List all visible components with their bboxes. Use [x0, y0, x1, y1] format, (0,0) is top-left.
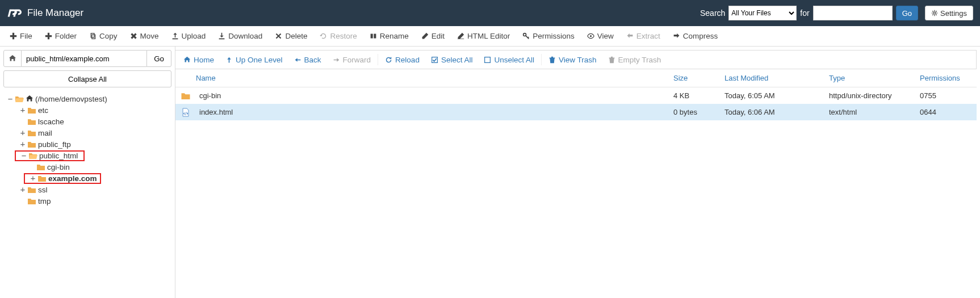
separator: [541, 54, 542, 65]
tree-item-tmp[interactable]: tmp: [3, 195, 171, 207]
tree-toggle-icon[interactable]: +: [19, 140, 26, 148]
search-label: Search: [700, 9, 725, 18]
tree-item-example[interactable]: + example.com: [3, 173, 171, 184]
tree-toggle-icon[interactable]: −: [20, 152, 27, 160]
unselect-all-button[interactable]: Unselect All: [478, 51, 540, 68]
file-row[interactable]: cgi-bin4 KBToday, 6:05 AMhttpd/unix-dire…: [175, 87, 977, 104]
settings-label: Settings: [940, 9, 967, 18]
tree-item-public-html[interactable]: − public_html: [3, 150, 171, 161]
path-home-button[interactable]: [3, 50, 22, 67]
search-for-label: for: [800, 9, 809, 18]
rename-icon: [370, 32, 377, 40]
file-row[interactable]: index.html0 bytesToday, 6:06 AMtext/html…: [175, 104, 977, 120]
folder-icon: [27, 106, 36, 114]
search-input[interactable]: [813, 6, 893, 20]
html-editor-icon: [457, 32, 464, 40]
file-icon: [175, 91, 196, 100]
move-icon: [130, 32, 137, 40]
column-header-name[interactable]: Name: [196, 74, 673, 82]
x-icon: [275, 32, 282, 40]
edit-button[interactable]: Edit: [415, 26, 451, 47]
right-pane: Home Up One Level Back Forward Reload Se…: [175, 47, 980, 298]
file-icon: [175, 108, 196, 117]
compress-icon: [673, 32, 680, 40]
download-icon: [218, 32, 225, 40]
tree-item-cgi-bin[interactable]: cgi-bin: [3, 161, 171, 173]
file-name: cgi-bin: [196, 91, 673, 100]
tree-item-lscache[interactable]: lscache: [3, 116, 171, 127]
tree-toggle-icon[interactable]: +: [19, 186, 26, 194]
forward-button: Forward: [327, 51, 377, 68]
tree-item-ssl[interactable]: + ssl: [3, 184, 171, 195]
upload-button[interactable]: Upload: [165, 26, 212, 47]
tree-item-mail[interactable]: + mail: [3, 127, 171, 138]
file-button[interactable]: File: [3, 26, 39, 47]
grid-header-row: Name Size Last Modified Type Permissions: [175, 69, 977, 87]
home-icon: [26, 95, 33, 103]
home-button[interactable]: Home: [178, 51, 220, 68]
settings-button[interactable]: Settings: [925, 6, 973, 20]
folder-open-icon: [15, 95, 24, 103]
file-name: index.html: [196, 108, 673, 116]
restore-icon: [320, 32, 327, 40]
download-button[interactable]: Download: [212, 26, 269, 47]
tree-toggle-icon[interactable]: −: [7, 95, 14, 103]
view-button[interactable]: View: [581, 26, 620, 47]
tree-item-etc[interactable]: + etc: [3, 104, 171, 116]
back-button[interactable]: Back: [288, 51, 327, 68]
reload-button[interactable]: Reload: [379, 51, 425, 68]
html-editor-button[interactable]: HTML Editor: [451, 26, 516, 47]
file-permissions: 0755: [920, 91, 977, 100]
folder-tree: − (/home/demovpstest) + etc lscache + ma…: [3, 93, 171, 207]
arrow-left-icon: [294, 56, 301, 64]
column-header-modified[interactable]: Last Modified: [724, 74, 829, 82]
view-trash-button[interactable]: View Trash: [543, 51, 602, 68]
checkbox-checked-icon: [431, 56, 438, 64]
select-all-button[interactable]: Select All: [425, 51, 479, 68]
key-icon: [522, 32, 530, 40]
tree-toggle-icon[interactable]: +: [30, 174, 36, 182]
file-size: 0 bytes: [673, 108, 724, 116]
tree-toggle-icon[interactable]: +: [19, 106, 26, 114]
column-header-permissions[interactable]: Permissions: [920, 74, 977, 82]
tree-toggle-icon[interactable]: +: [19, 129, 26, 137]
home-icon: [9, 54, 16, 62]
copy-button[interactable]: Copy: [83, 26, 124, 47]
file-size: 4 KB: [673, 91, 724, 100]
search-scope-select[interactable]: All Your Files: [728, 6, 797, 20]
delete-button[interactable]: Delete: [269, 26, 313, 47]
permissions-button[interactable]: Permissions: [516, 26, 581, 47]
left-pane: Go Collapse All − (/home/demovpstest) + …: [0, 47, 175, 298]
file-permissions: 0644: [920, 108, 977, 116]
page-title: File Manager: [27, 7, 83, 19]
restore-button: Restore: [313, 26, 363, 47]
folder-icon: [27, 197, 36, 205]
arrow-up-icon: [225, 56, 233, 64]
up-one-level-button[interactable]: Up One Level: [220, 51, 288, 68]
path-input[interactable]: [22, 50, 146, 67]
arrow-right-icon: [333, 56, 340, 64]
collapse-all-button[interactable]: Collapse All: [3, 70, 171, 87]
move-button[interactable]: Move: [124, 26, 165, 47]
tree-root-label: (/home/demovpstest): [35, 95, 107, 103]
reload-icon: [385, 56, 392, 64]
eye-icon: [587, 32, 594, 40]
rename-button[interactable]: Rename: [363, 26, 415, 47]
column-header-type[interactable]: Type: [829, 74, 920, 82]
path-go-button[interactable]: Go: [146, 50, 171, 67]
folder-icon: [27, 117, 36, 125]
file-modified: Today, 6:06 AM: [724, 108, 829, 116]
tree-root[interactable]: − (/home/demovpstest): [3, 93, 171, 104]
trash-icon: [548, 56, 556, 64]
file-grid: Name Size Last Modified Type Permissions…: [175, 69, 977, 298]
file-type: text/html: [829, 108, 920, 116]
compress-button[interactable]: Compress: [667, 26, 724, 47]
plus-icon: [45, 32, 52, 40]
navigation-toolbar: Home Up One Level Back Forward Reload Se…: [175, 50, 977, 69]
copy-icon: [89, 32, 97, 40]
file-type: httpd/unix-directory: [829, 91, 920, 100]
search-go-button[interactable]: Go: [896, 6, 918, 20]
folder-button[interactable]: Folder: [39, 26, 83, 47]
tree-item-public-ftp[interactable]: + public_ftp: [3, 138, 171, 150]
column-header-size[interactable]: Size: [673, 74, 724, 82]
